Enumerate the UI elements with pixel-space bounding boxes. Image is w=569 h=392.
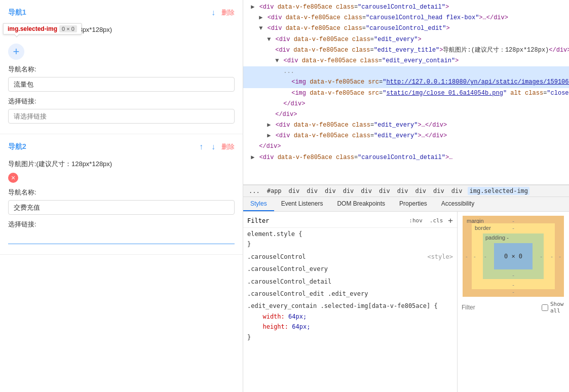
margin-left-val: -	[466, 253, 468, 259]
nav1-link-input[interactable]	[8, 109, 235, 124]
box-model-panel: margin - - - - border - - - - padding	[458, 212, 569, 392]
css-rule-carousel-every: .carouselControl_every	[243, 263, 457, 275]
nav1-image-container: img.selected-img 0 × 0 +	[8, 38, 24, 60]
breadcrumb-selected-img[interactable]: img.selected-img	[468, 187, 529, 195]
nav1-add-image-button[interactable]: +	[8, 44, 24, 60]
nav1-delete-button[interactable]: 删除	[221, 8, 235, 17]
nav1-name-field: 导航名称:	[8, 65, 235, 92]
nav1-name-label: 导航名称:	[8, 65, 235, 74]
tab-properties[interactable]: Properties	[392, 197, 434, 211]
nav1-header: 导航1 ↓ 删除	[8, 5, 235, 20]
nav2-image-field: 导航图片:(建议尺寸：128px*128px) ×	[8, 160, 235, 183]
padding-bottom-val: -	[512, 272, 514, 278]
padding-box: padding - - - - 0 × 0	[483, 233, 544, 279]
expand-arrow-13[interactable]: ▶	[267, 132, 271, 139]
img-src-link[interactable]: http://127.0.0.1:18080/yn/api/static/ima…	[386, 79, 569, 86]
tooltip-size: 0 × 0	[59, 25, 77, 32]
nav1-actions: ↓ 删除	[209, 7, 235, 18]
nav2-name-label: 导航名称:	[8, 188, 235, 197]
margin-box: margin - - - - border - - - - padding	[463, 216, 564, 297]
breadcrumb-div-6[interactable]: div	[377, 187, 392, 195]
border-bottom-val: -	[512, 282, 514, 288]
nav2-down-button[interactable]: ↓	[209, 141, 217, 152]
border-left-val: -	[474, 253, 476, 259]
breadcrumb-bar: ... #app div div div div div div div div…	[243, 185, 569, 197]
nav2-up-button[interactable]: ↑	[197, 141, 205, 152]
nav2-remove-image-button[interactable]: ×	[8, 173, 18, 183]
nav2-name-input[interactable]	[8, 200, 235, 215]
nav1-image-field: 导航图片:(建议尺寸：128px*128px) img.selected-img…	[8, 25, 235, 60]
devtools-panel: ▶ <div data-v-fe805ace class="carouselCo…	[243, 0, 569, 392]
breadcrumb-div-8[interactable]: div	[413, 187, 428, 195]
styles-panel[interactable]: Filter :hov .cls + element.style { } .ca…	[243, 212, 458, 392]
left-panel: 导航1 ↓ 删除 导航图片:(建议尺寸：128px*128px) img.sel…	[0, 0, 243, 392]
close-img-src-link[interactable]: static/img/close_01.6a14054b.png	[386, 90, 503, 97]
tab-accessibility[interactable]: Accessibility	[434, 197, 481, 211]
dom-tree[interactable]: ▶ <div data-v-fe805ace class="carouselCo…	[243, 0, 569, 185]
expand-arrow-12[interactable]: ▶	[267, 122, 271, 129]
add-style-button[interactable]: +	[448, 216, 453, 225]
css-rule-selected-img: .edit_every_contain .selected-img[data-v…	[243, 300, 457, 343]
breadcrumb-ellipsis[interactable]: ...	[247, 187, 261, 195]
dom-line-5: <div data-v-fe805ace class="edit_every_t…	[243, 45, 569, 56]
nav1-link-label: 选择链接:	[8, 97, 235, 106]
nav1-down-button[interactable]: ↓	[209, 7, 217, 18]
padding-label: padding -	[485, 234, 509, 241]
box-model-filter-row: Show all	[462, 301, 565, 314]
dom-line-3: ▼ <div data-v-fe805ace class="carouselCo…	[243, 23, 569, 34]
dom-line-4: ▼ <div data-v-fe805ace class="edit_every…	[243, 34, 569, 45]
dom-line-13: ▶ <div data-v-fe805ace class="edit_every…	[243, 131, 569, 141]
breadcrumb-div-2[interactable]: div	[305, 187, 319, 195]
nav2-name-field: 导航名称:	[8, 188, 235, 215]
nav1-name-input[interactable]	[8, 77, 235, 92]
show-all-checkbox[interactable]	[542, 304, 548, 311]
tab-dom-breakpoints[interactable]: DOM Breakpoints	[330, 197, 392, 211]
expand-arrow-6[interactable]: ▼	[275, 57, 279, 64]
css-rule-edit-every: .carouselControl_edit .edit_every	[243, 288, 457, 300]
hov-filter-button[interactable]: :hov	[407, 216, 425, 225]
styles-filter-input[interactable]	[272, 217, 404, 224]
breadcrumb-div-4[interactable]: div	[342, 187, 356, 195]
dom-line-12: ▶ <div data-v-fe805ace class="edit_every…	[243, 120, 569, 131]
nav2-actions: ↑ ↓ 删除	[197, 141, 235, 152]
nav2-delete-button[interactable]: 删除	[221, 142, 235, 151]
nav1-title: 导航1	[8, 8, 26, 17]
breadcrumb-app[interactable]: #app	[265, 187, 283, 195]
nav2-link-input[interactable]	[8, 232, 235, 244]
expand-arrow-3[interactable]: ▼	[259, 25, 262, 32]
nav2-link-field: 选择链接:	[8, 220, 235, 244]
dom-line-6: ▼ <div data-v-fe805ace class="edit_every…	[243, 56, 569, 66]
box-filter-input[interactable]	[462, 304, 538, 311]
filter-label: Filter	[247, 217, 269, 224]
dom-line-7: ...	[243, 66, 569, 77]
expand-arrow-2[interactable]: ▶	[259, 14, 262, 21]
tab-styles[interactable]: Styles	[243, 197, 274, 211]
box-model-diagram: margin - - - - border - - - - padding	[463, 216, 564, 297]
breadcrumb-div-5[interactable]: div	[359, 187, 373, 195]
nav2-image-label: 导航图片:(建议尺寸：128px*128px)	[8, 160, 235, 169]
expand-arrow-4[interactable]: ▼	[267, 36, 271, 43]
tab-event-listeners[interactable]: Event Listeners	[274, 197, 330, 211]
nav1-link-field: 选择链接:	[8, 97, 235, 124]
breadcrumb-div-10[interactable]: div	[450, 187, 464, 195]
breadcrumb-div-7[interactable]: div	[396, 187, 410, 195]
devtools-tabs: Styles Event Listeners DOM Breakpoints P…	[243, 197, 569, 212]
breadcrumb-div-3[interactable]: div	[323, 187, 337, 195]
css-rule-element-style: element.style { }	[243, 228, 457, 251]
expand-arrow-15[interactable]: ▶	[251, 154, 254, 161]
nav2-section: 导航2 ↑ ↓ 删除 导航图片:(建议尺寸：128px*128px) × 导航名…	[0, 134, 243, 255]
css-rule-carousel-detail: .carouselControl_detail	[243, 276, 457, 288]
nav2-link-label: 选择链接:	[8, 220, 235, 229]
nav1-section: 导航1 ↓ 删除 导航图片:(建议尺寸：128px*128px) img.sel…	[0, 0, 243, 134]
nav1-tooltip: img.selected-img 0 × 0	[3, 23, 82, 34]
padding-left-val: -	[484, 253, 486, 259]
dom-line-8[interactable]: <img data-v-fe805ace src="http://127.0.0…	[243, 77, 569, 88]
breadcrumb-div-1[interactable]: div	[287, 187, 301, 195]
dom-line-15: ▶ <div data-v-fe805ace class="carouselCo…	[243, 152, 569, 163]
devtools-bottom: Filter :hov .cls + element.style { } .ca…	[243, 212, 569, 392]
cls-filter-button[interactable]: .cls	[428, 216, 445, 225]
expand-arrow-1[interactable]: ▶	[251, 4, 254, 11]
breadcrumb-div-9[interactable]: div	[432, 187, 446, 195]
nav2-title: 导航2	[8, 142, 26, 151]
margin-right-val: -	[559, 253, 561, 259]
